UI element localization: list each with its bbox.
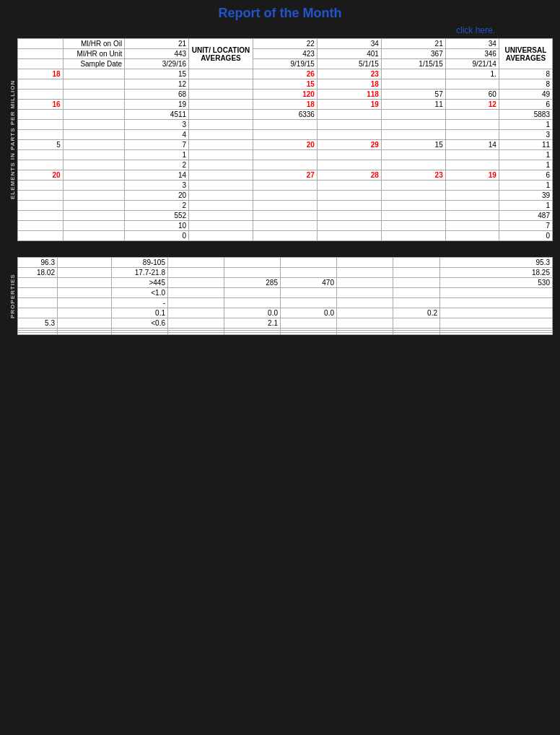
table-cell [253, 191, 318, 201]
table-cell: 95.3 [440, 258, 553, 268]
mi-hr-oil-label-text: MI/HR on Oil [63, 39, 125, 49]
table-cell [189, 69, 253, 79]
table-cell: 20 [18, 170, 64, 181]
table-cell [18, 160, 64, 170]
table-cell [18, 288, 58, 298]
properties-section: PROPERTIES 96.389-10595.318.0217.7-21.81… [7, 257, 553, 335]
table-cell [189, 231, 253, 241]
table-cell: 2 [125, 160, 189, 170]
table-cell [168, 288, 224, 298]
table-cell [381, 110, 445, 120]
table-cell [281, 298, 337, 308]
click-here-link[interactable]: click here. [7, 25, 553, 35]
table-cell: 29 [317, 140, 381, 150]
col2-h3: 5/1/15 [317, 59, 381, 69]
table-cell [381, 201, 445, 211]
table-cell: 487 [499, 211, 552, 221]
properties-table: 96.389-10595.318.0217.7-21.818.25>445285… [17, 257, 553, 335]
table-cell [445, 160, 499, 170]
table-cell [63, 181, 125, 191]
table-row: >445285470530 [18, 278, 553, 288]
table-cell [63, 110, 125, 120]
table-cell: 6 [499, 170, 552, 181]
table-cell [445, 120, 499, 130]
table-cell [253, 221, 318, 231]
table-cell [189, 100, 253, 110]
table-cell [63, 160, 125, 170]
table-row: 21 [18, 201, 553, 211]
table-cell [168, 258, 224, 268]
page-title: Report of the Month [7, 6, 553, 21]
mi-hr-oil-label [18, 39, 64, 49]
table-cell [168, 318, 224, 329]
table-cell [445, 211, 499, 221]
table-cell [381, 211, 445, 221]
table-cell: 3 [125, 181, 189, 191]
table-cell: 7 [499, 221, 552, 231]
table-cell: 96.3 [18, 258, 58, 268]
table-cell: 23 [381, 170, 445, 181]
table-cell: 120 [253, 90, 318, 100]
table-cell [337, 298, 393, 308]
table-cell [63, 69, 125, 79]
table-cell [58, 258, 112, 268]
table-cell [189, 120, 253, 130]
properties-label: PROPERTIES [7, 257, 17, 335]
table-cell: 18 [253, 100, 318, 110]
table-cell: 57 [381, 90, 445, 100]
table-cell: 6336 [253, 110, 318, 120]
table-cell: 89-105 [112, 258, 168, 268]
table-cell [317, 181, 381, 191]
table-cell: 0.2 [393, 308, 440, 318]
table-row: 18.0217.7-21.818.25 [18, 268, 553, 278]
table-cell [58, 308, 112, 318]
table-cell: 4511 [125, 110, 189, 120]
table-cell [224, 298, 281, 308]
table-cell [58, 268, 112, 278]
table-row: 572029151411 [18, 140, 553, 150]
properties-table-area: 96.389-10595.318.0217.7-21.818.25>445285… [17, 257, 553, 335]
table-cell [445, 79, 499, 90]
table-row: - [18, 298, 553, 308]
table-cell [317, 150, 381, 160]
table-cell [18, 130, 64, 140]
table-cell [63, 211, 125, 221]
col1-h3: 9/19/15 [253, 59, 318, 69]
table-cell [18, 191, 64, 201]
table-cell [393, 333, 440, 335]
table-cell: 20 [125, 191, 189, 201]
header-row-3: Sample Date 3/29/16 9/19/15 5/1/15 1/15/… [18, 59, 553, 69]
table-cell [189, 150, 253, 160]
table-cell: 470 [281, 278, 337, 288]
table-row: 96.389-10595.3 [18, 258, 553, 268]
table-cell [381, 130, 445, 140]
table-cell [281, 268, 337, 278]
table-cell [18, 308, 58, 318]
table-cell [253, 231, 318, 241]
table-cell [18, 201, 64, 211]
table-cell: 18.02 [18, 268, 58, 278]
table-cell [317, 231, 381, 241]
main-table: MI/HR on Oil 21 UNIT/ LOCATION AVERAGES … [17, 38, 553, 241]
table-cell [317, 120, 381, 130]
table-cell: 10 [125, 221, 189, 231]
table-cell [253, 130, 318, 140]
table-cell [63, 221, 125, 231]
table-cell [63, 201, 125, 211]
table-cell [189, 140, 253, 150]
table-cell [18, 110, 64, 120]
table-cell: 11 [381, 100, 445, 110]
table-cell [18, 333, 58, 335]
empty-h3-1 [18, 59, 64, 69]
table-cell: 1 [499, 150, 552, 160]
table-cell [224, 258, 281, 268]
table-row: 2014272823196 [18, 170, 553, 181]
table-cell: 285 [224, 278, 281, 288]
table-cell [63, 150, 125, 160]
table-row: 11 [18, 150, 553, 160]
table-row: 2039 [18, 191, 553, 201]
table-cell [18, 231, 64, 241]
table-cell: 552 [125, 211, 189, 221]
table-cell [337, 268, 393, 278]
table-cell [253, 160, 318, 170]
